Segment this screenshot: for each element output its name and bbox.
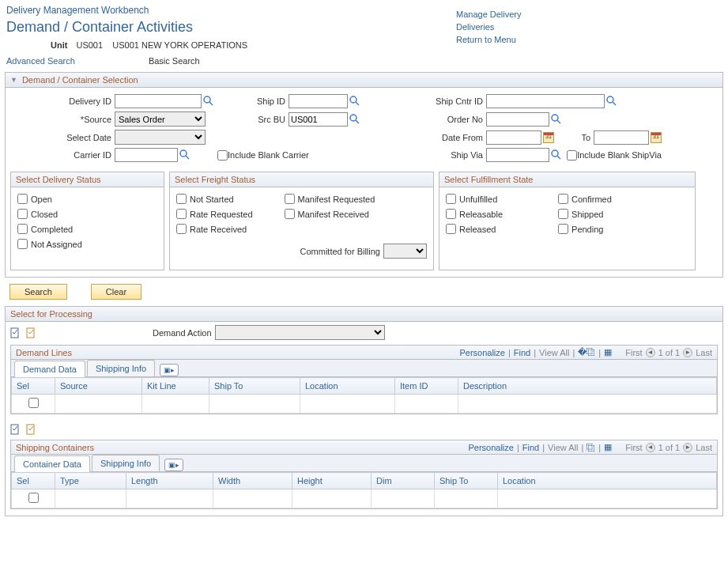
- row-sel-checkbox[interactable]: [28, 493, 39, 503]
- page-title: Demand / Container Activities: [3, 17, 456, 37]
- date-to-cal-icon[interactable]: 31: [651, 132, 662, 143]
- committed-billing-select[interactable]: [383, 244, 427, 259]
- unfulfilled-checkbox[interactable]: [446, 194, 456, 204]
- rate-received-checkbox[interactable]: [176, 224, 187, 234]
- next-icon[interactable]: ►: [683, 348, 692, 357]
- confirmed-checkbox[interactable]: [558, 194, 568, 204]
- order-no-input[interactable]: [486, 112, 549, 127]
- include-blank-shipvia-checkbox[interactable]: [567, 150, 577, 161]
- fulfillment-state-panel: Select Fulfillment State Unfulfilled Rel…: [439, 172, 696, 270]
- prev-icon[interactable]: ◄: [646, 443, 655, 452]
- tab-demand-data[interactable]: Demand Data: [14, 361, 85, 377]
- return-menu-link[interactable]: Return to Menu: [456, 35, 725, 44]
- tab-shipping-info[interactable]: Shipping Info: [87, 360, 155, 376]
- personalize-link[interactable]: Personalize: [468, 443, 513, 452]
- not-assigned-checkbox[interactable]: [17, 239, 28, 249]
- carrier-id-input[interactable]: [115, 148, 178, 162]
- ship-id-lookup-icon[interactable]: [349, 96, 360, 107]
- row-sel-checkbox[interactable]: [28, 398, 39, 408]
- carrier-id-lookup-icon[interactable]: [179, 149, 190, 161]
- source-select[interactable]: Sales Order: [115, 111, 206, 127]
- next-icon[interactable]: ►: [683, 443, 692, 452]
- order-no-lookup-icon[interactable]: [551, 114, 562, 125]
- demand-lines-table: Sel Source Kit Line Ship To Location Ite…: [11, 377, 717, 414]
- delivery-id-lookup-icon[interactable]: [203, 96, 214, 107]
- tab-shipping-info[interactable]: Shipping Info: [92, 455, 160, 471]
- download-icon[interactable]: ▦: [604, 347, 612, 357]
- unit-row: Unit US001 US001 NEW YORK OPERATIONS: [3, 37, 456, 53]
- processing-section: Select for Processing Demand Action Dema…: [5, 306, 723, 516]
- find-link[interactable]: Find: [514, 348, 530, 357]
- personalize-link[interactable]: Personalize: [459, 348, 504, 357]
- freight-status-panel: Select Freight Status Not Started Rate R…: [169, 172, 434, 270]
- ship-via-lookup-icon[interactable]: [551, 149, 562, 161]
- select-all-icon[interactable]: [10, 327, 21, 338]
- released-checkbox[interactable]: [446, 224, 456, 234]
- zoom-icon[interactable]: ⿻: [587, 443, 595, 452]
- advanced-search-link[interactable]: Advanced Search: [6, 56, 75, 66]
- table-row: [12, 395, 717, 414]
- ship-cntr-id-input[interactable]: [486, 94, 605, 108]
- deselect-all-icon[interactable]: [26, 424, 37, 435]
- clear-button[interactable]: Clear: [91, 284, 141, 300]
- breadcrumb: Delivery Management Workbench: [3, 3, 456, 17]
- zoom-icon[interactable]: �⿻: [578, 347, 595, 357]
- rate-requested-checkbox[interactable]: [176, 209, 187, 219]
- deliveries-link[interactable]: Deliveries: [456, 22, 725, 32]
- ship-id-input[interactable]: [289, 94, 348, 108]
- collapse-icon[interactable]: ▼: [10, 76, 17, 84]
- src-bu-input[interactable]: [289, 112, 348, 127]
- view-all-link[interactable]: View All: [539, 348, 569, 357]
- include-blank-carrier-checkbox[interactable]: [217, 150, 228, 161]
- show-all-tabs-icon[interactable]: ▣▸: [160, 364, 179, 376]
- deselect-all-icon[interactable]: [26, 327, 37, 338]
- releasable-checkbox[interactable]: [446, 209, 456, 219]
- selection-panel-title: Demand / Container Selection: [22, 75, 138, 85]
- delivery-status-panel: Select Delivery Status Open Closed Compl…: [10, 172, 164, 270]
- date-to-input[interactable]: [594, 130, 649, 145]
- shipping-containers-table: Sel Type Length Width Height Dim Ship To…: [11, 472, 717, 508]
- basic-search-label: Basic Search: [149, 56, 200, 66]
- prev-icon[interactable]: ◄: [646, 348, 655, 357]
- delivery-id-input[interactable]: [115, 94, 202, 108]
- download-icon[interactable]: ▦: [604, 442, 612, 452]
- search-button[interactable]: Search: [9, 284, 67, 300]
- table-row: [12, 489, 717, 508]
- src-bu-lookup-icon[interactable]: [349, 114, 360, 125]
- not-started-checkbox[interactable]: [176, 194, 187, 204]
- pending-checkbox[interactable]: [558, 224, 568, 234]
- ship-cntr-id-lookup-icon[interactable]: [606, 96, 617, 107]
- select-all-icon[interactable]: [10, 424, 21, 435]
- show-all-tabs-icon[interactable]: ▣▸: [164, 459, 183, 471]
- demand-lines-panel: Demand Lines Personalize | Find | View A…: [10, 345, 718, 414]
- tab-container-data[interactable]: Container Data: [14, 455, 90, 472]
- open-checkbox[interactable]: [17, 194, 28, 204]
- demand-action-select[interactable]: [215, 325, 385, 340]
- find-link[interactable]: Find: [522, 443, 539, 452]
- manifest-received-checkbox[interactable]: [285, 209, 295, 219]
- date-from-cal-icon[interactable]: 31: [543, 132, 554, 143]
- closed-checkbox[interactable]: [17, 209, 28, 219]
- manage-delivery-link[interactable]: Manage Delivery: [456, 9, 725, 19]
- shipped-checkbox[interactable]: [558, 209, 568, 219]
- manifest-requested-checkbox[interactable]: [285, 194, 295, 204]
- select-date-select[interactable]: [115, 130, 206, 145]
- date-from-input[interactable]: [486, 130, 541, 145]
- completed-checkbox[interactable]: [17, 224, 28, 234]
- ship-via-input[interactable]: [486, 148, 549, 162]
- selection-panel: ▼ Demand / Container Selection Delivery …: [5, 72, 723, 278]
- shipping-containers-panel: Shipping Containers Personalize | Find |…: [10, 440, 718, 509]
- view-all-link[interactable]: View All: [548, 443, 578, 452]
